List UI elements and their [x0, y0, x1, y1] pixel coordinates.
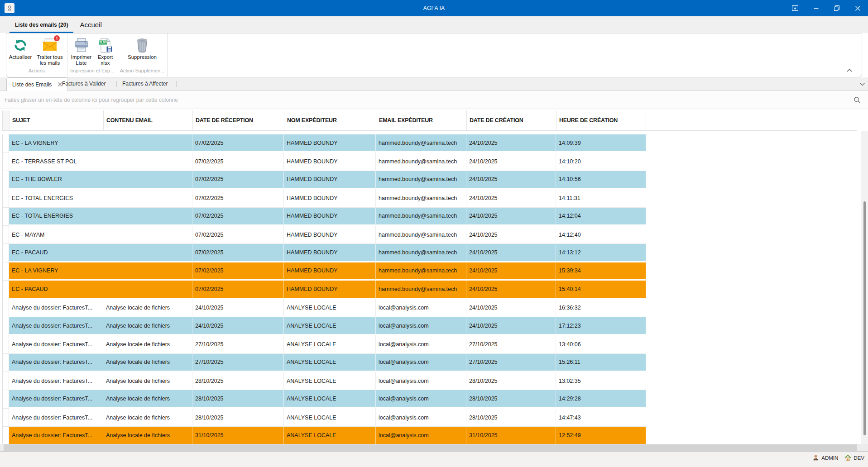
vertical-scrollbar-thumb[interactable] [863, 201, 866, 435]
row-indicator [2, 299, 9, 317]
cell: ANALYSE LOCALE [284, 409, 376, 427]
table-row[interactable]: Analyse du dossier: FacturesT...Analyse … [2, 317, 646, 335]
window-title: AGFA IA [0, 5, 868, 11]
table-row[interactable]: Analyse du dossier: FacturesT...Analyse … [2, 409, 646, 427]
row-indicator [2, 152, 9, 171]
cell: Analyse locale de fichiers [103, 409, 192, 427]
grid-body: EC - LA VIGNERY07/02/2025HAMMED BOUNDYha… [2, 133, 646, 444]
table-row[interactable]: EC - TOTAL ENERGIES07/02/2025HAMMED BOUN… [2, 208, 646, 226]
print-list-button[interactable]: Imprimer Liste [68, 36, 95, 66]
vertical-scrollbar[interactable] [861, 131, 868, 444]
table-row[interactable]: EC - TOTAL ENERGIES07/02/2025HAMMED BOUN… [2, 189, 646, 207]
cell: 15:39:34 [556, 262, 646, 281]
user-icon [812, 454, 819, 461]
doc-tab-factures-a-valider[interactable]: Factures à Valider [62, 77, 106, 91]
cell: ANALYSE LOCALE [284, 372, 376, 390]
table-row[interactable]: Analyse du dossier: FacturesT...Analyse … [2, 427, 646, 444]
cell: HAMMED BOUNDY [284, 226, 376, 244]
refresh-button[interactable]: Actualiser [7, 36, 34, 60]
printer-icon [73, 37, 90, 53]
cell: hammed.boundy@samina.tech [376, 226, 466, 244]
cell: local@analysis.com [376, 299, 466, 317]
table-row[interactable]: EC - TERRASSE ST POL07/02/2025HAMMED BOU… [2, 152, 646, 171]
minimize-button[interactable] [806, 0, 826, 16]
delete-button[interactable]: Suppression [123, 36, 162, 60]
cell: HAMMED BOUNDY [284, 134, 376, 152]
doc-tab-factures-a-affecter[interactable]: Factures à Affecter [122, 77, 168, 91]
column-header[interactable]: SUJET [9, 110, 103, 130]
horizontal-scrollbar[interactable] [0, 444, 868, 451]
cell: ANALYSE LOCALE [284, 317, 376, 335]
table-row[interactable]: EC - THE BOWLER07/02/2025HAMMED BOUNDYha… [2, 171, 646, 189]
cell: 14:12:40 [556, 226, 646, 244]
cell: 07/02/2025 [192, 189, 284, 207]
table-row[interactable]: Analyse du dossier: FacturesT...Analyse … [2, 299, 646, 317]
cell: HAMMED BOUNDY [284, 189, 376, 207]
cell: Analyse du dossier: FacturesT... [9, 317, 103, 335]
cell: EC - TOTAL ENERGIES [9, 208, 103, 226]
cell [103, 189, 192, 207]
tab-list-dropdown-button[interactable] [858, 81, 866, 87]
svg-text:XLSX: XLSX [99, 41, 107, 44]
ribbon-tab-liste-des-emails[interactable]: Liste des emails (20) [10, 16, 73, 33]
ribbon-display-options-button[interactable] [785, 0, 806, 16]
chevron-up-icon [847, 69, 852, 72]
cell: local@analysis.com [376, 335, 466, 353]
table-row[interactable]: EC - LA VIGNERY07/02/2025HAMMED BOUNDYha… [2, 134, 646, 152]
cell [103, 152, 192, 171]
cell: 14:10:20 [556, 152, 646, 171]
cell: EC - LA VIGNERY [9, 262, 103, 281]
cell: Analyse locale de fichiers [103, 317, 192, 335]
table-row[interactable]: Analyse du dossier: FacturesT...Analyse … [2, 335, 646, 353]
column-header[interactable]: HEURE DE CRÉATION [556, 110, 646, 130]
cell: EC - PACAUD [9, 281, 103, 299]
column-header[interactable]: CONTENU EMAIL [103, 110, 192, 130]
cell: Analyse locale de fichiers [103, 390, 192, 408]
cell: Analyse du dossier: FacturesT... [9, 299, 103, 317]
cell: Analyse locale de fichiers [103, 299, 192, 317]
cell: ANALYSE LOCALE [284, 390, 376, 408]
column-header[interactable]: DATE DE CRÉATION [466, 110, 556, 130]
cell: 07/02/2025 [192, 134, 284, 152]
column-header[interactable]: NOM EXPÉDITEUR [284, 110, 376, 130]
tab-divider [116, 81, 117, 87]
cell: Analyse locale de fichiers [103, 335, 192, 353]
ribbon-group-caption: Actions [6, 66, 67, 77]
collapse-ribbon-button[interactable] [844, 66, 854, 74]
doc-tab-liste-des-emails[interactable]: Liste des Emails [6, 77, 68, 91]
status-user-label: ADMIN [821, 455, 838, 461]
ribbon-tab-accueil[interactable]: Accueil [73, 16, 108, 33]
cell: 24/10/2025 [466, 152, 556, 171]
cell: 24/10/2025 [466, 226, 556, 244]
cell: 28/10/2025 [192, 409, 284, 427]
column-header[interactable]: EMAIL EXPÉDITEUR [376, 110, 466, 130]
cell: 24/10/2025 [466, 189, 556, 207]
cell: 07/02/2025 [192, 226, 284, 244]
cell: local@analysis.com [376, 354, 466, 372]
process-all-mails-button[interactable]: 1 Traiter tous les mails [34, 36, 66, 66]
app-window: AGFA IA Liste des emails (20) Accueil [0, 0, 868, 467]
table-row[interactable]: EC - PACAUD07/02/2025HAMMED BOUNDYhammed… [2, 281, 646, 299]
cell: Analyse du dossier: FacturesT... [9, 390, 103, 408]
grid-header-band: SUJETCONTENU EMAILDATE DE RÉCEPTIONNOM E… [2, 109, 857, 131]
cell [103, 226, 192, 244]
row-indicator [2, 354, 9, 372]
table-row[interactable]: EC - MAYAM07/02/2025HAMMED BOUNDYhammed.… [2, 226, 646, 244]
table-row[interactable]: Analyse du dossier: FacturesT...Analyse … [2, 372, 646, 390]
export-xlsx-button[interactable]: XLSX Export xlsx [95, 36, 116, 66]
row-indicator [2, 281, 9, 299]
close-button[interactable] [847, 0, 868, 16]
table-row[interactable]: Analyse du dossier: FacturesT...Analyse … [2, 354, 646, 372]
group-by-panel[interactable]: Faites glisser un en-tête de colonne ici… [0, 91, 868, 109]
column-header[interactable]: DATE DE RÉCEPTION [192, 110, 284, 130]
table-row[interactable]: EC - LA VIGNERY07/02/2025HAMMED BOUNDYha… [2, 262, 646, 281]
restore-button[interactable] [826, 0, 847, 16]
search-button[interactable] [853, 95, 862, 105]
cell: 28/10/2025 [466, 409, 556, 427]
horizontal-scrollbar-thumb[interactable] [4, 444, 857, 451]
table-row[interactable]: Analyse du dossier: FacturesT...Analyse … [2, 390, 646, 408]
cell: 15:40:14 [556, 281, 646, 299]
table-row[interactable]: EC - PACAUD07/02/2025HAMMED BOUNDYhammed… [2, 244, 646, 262]
ribbon-tabstrip: Liste des emails (20) Accueil [0, 16, 868, 33]
row-indicator [2, 372, 9, 390]
